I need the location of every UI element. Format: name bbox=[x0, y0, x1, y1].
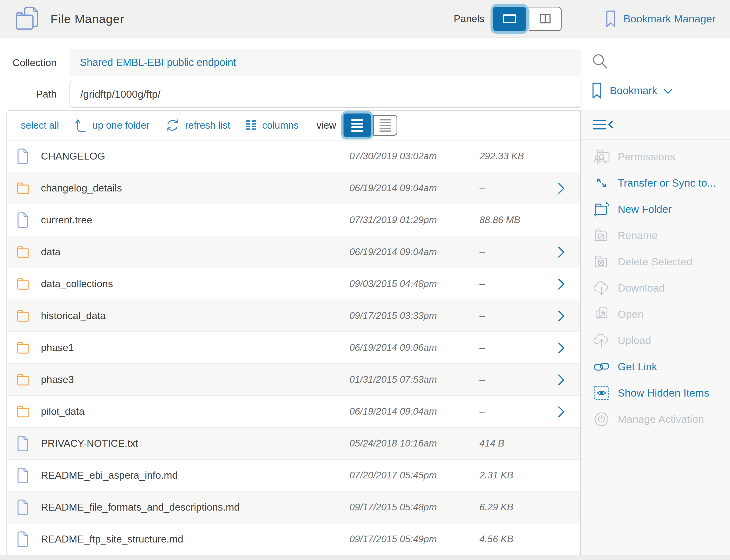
refresh-icon bbox=[165, 118, 179, 132]
path-label: Path bbox=[0, 81, 57, 108]
chevron-right-icon[interactable] bbox=[558, 310, 565, 322]
sidebar-item-show-hidden-items[interactable]: Show Hidden Items bbox=[581, 380, 730, 406]
file-size: 292.33 KB bbox=[480, 151, 524, 162]
download-icon bbox=[589, 280, 614, 296]
chevron-right-icon[interactable] bbox=[558, 247, 565, 258]
bookmark-icon bbox=[605, 10, 616, 27]
chevron-right-icon[interactable] bbox=[558, 374, 565, 386]
chevron-right-icon[interactable] bbox=[558, 406, 565, 417]
sidebar-item-get-link[interactable]: Get Link bbox=[581, 354, 730, 380]
columns-label: columns bbox=[262, 120, 299, 131]
dual-panel-button[interactable] bbox=[529, 7, 562, 31]
file-row[interactable]: CHANGELOG 07/30/2019 03:02am 292.33 KB bbox=[7, 140, 580, 172]
file-manager-icon bbox=[14, 6, 41, 31]
chevron-right-icon[interactable] bbox=[558, 183, 565, 194]
collection-label: Collection bbox=[0, 49, 57, 76]
bookmark-manager-link[interactable]: Bookmark Manager bbox=[605, 10, 716, 27]
page-bottom-strip bbox=[0, 555, 730, 560]
file-icon bbox=[16, 467, 30, 483]
file-row[interactable]: README_ftp_site_structure.md 09/17/2015 … bbox=[7, 523, 580, 555]
file-row[interactable]: data_collections 09/03/2015 04:48pm – bbox=[7, 268, 580, 300]
path-input[interactable]: /gridftp/1000g/ftp/ bbox=[69, 81, 581, 108]
file-modified: 06/19/2014 09:04am bbox=[349, 183, 437, 194]
transfer-icon bbox=[589, 176, 614, 190]
up-one-folder-button[interactable]: up one folder bbox=[75, 119, 150, 132]
select-all-button[interactable]: select all bbox=[21, 120, 59, 131]
file-row[interactable]: pilot_data 06/19/2014 09:04am – bbox=[7, 395, 580, 427]
file-modified: 09/17/2015 03:33pm bbox=[349, 310, 437, 321]
actions-sidebar: Permissions Transfer or Sync to... New F… bbox=[580, 110, 730, 555]
panels-label: Panels bbox=[454, 13, 484, 24]
condensed-view-button[interactable] bbox=[373, 115, 397, 136]
refresh-list-button[interactable]: refresh list bbox=[165, 118, 230, 132]
file-modified: 09/17/2015 05:48pm bbox=[349, 502, 437, 513]
refresh-list-label: refresh list bbox=[185, 120, 230, 131]
file-modified: 09/03/2015 04:48pm bbox=[349, 278, 437, 289]
bookmark-label: Bookmark bbox=[610, 85, 657, 97]
file-size: – bbox=[480, 247, 485, 257]
file-row[interactable]: README_ebi_aspera_info.md 07/20/2017 05:… bbox=[7, 459, 580, 491]
file-icon bbox=[16, 435, 30, 451]
bookmark-icon bbox=[592, 82, 602, 99]
sidebar-item-new-folder[interactable]: New Folder bbox=[581, 196, 730, 222]
file-row[interactable]: phase3 01/31/2015 07:53am – bbox=[7, 363, 580, 395]
file-name: historical_data bbox=[41, 310, 106, 321]
sidebar-actions-list: Permissions Transfer or Sync to... New F… bbox=[581, 139, 730, 432]
file-row[interactable]: historical_data 09/17/2015 03:33pm – bbox=[7, 300, 580, 331]
chevron-right-icon[interactable] bbox=[558, 342, 565, 354]
collapse-sidebar-icon[interactable] bbox=[593, 119, 614, 130]
file-name: phase3 bbox=[41, 374, 74, 385]
file-row[interactable]: PRIVACY-NOTICE.txt 05/24/2018 10:16am 41… bbox=[7, 427, 580, 459]
collection-input[interactable]: Shared EMBL-EBI public endpoint bbox=[69, 49, 581, 76]
folder-icon bbox=[16, 277, 30, 290]
chevron-down-icon bbox=[664, 89, 672, 94]
file-name: README_ftp_site_structure.md bbox=[41, 533, 183, 545]
file-icon bbox=[16, 212, 30, 228]
up-one-folder-label: up one folder bbox=[92, 120, 150, 131]
folder-icon bbox=[16, 341, 30, 354]
chevron-right-icon[interactable] bbox=[558, 278, 565, 290]
bookmark-dropdown[interactable]: Bookmark bbox=[592, 82, 672, 99]
file-modified: 07/30/2019 03:02am bbox=[349, 151, 437, 162]
rename-icon bbox=[589, 229, 614, 242]
file-row[interactable]: data 06/19/2014 09:04am – bbox=[7, 236, 580, 268]
file-row[interactable]: changelog_details 06/19/2014 09:04am – bbox=[7, 172, 580, 204]
file-row[interactable]: current.tree 07/31/2019 01:29pm 88.86 MB bbox=[7, 204, 580, 236]
upload-icon bbox=[589, 333, 614, 348]
file-row[interactable]: phase1 06/19/2014 09:06am – bbox=[7, 331, 580, 363]
columns-button[interactable]: columns bbox=[246, 120, 299, 131]
file-modified: 01/31/2015 07:53am bbox=[349, 374, 437, 385]
sidebar-header bbox=[581, 110, 730, 139]
file-modified: 05/24/2018 10:16am bbox=[349, 438, 437, 449]
file-name: CHANGELOG bbox=[41, 151, 105, 162]
sidebar-item-open[interactable]: Open bbox=[581, 301, 730, 327]
file-name: current.tree bbox=[41, 214, 92, 226]
bookmark-manager-label: Bookmark Manager bbox=[623, 13, 716, 25]
single-panel-button[interactable] bbox=[493, 7, 526, 31]
sidebar-item-rename[interactable]: Rename bbox=[581, 222, 730, 249]
list-view-button[interactable] bbox=[343, 113, 371, 137]
manage-activation-icon bbox=[589, 412, 614, 427]
file-size: – bbox=[480, 342, 485, 353]
sidebar-item-upload[interactable]: Upload bbox=[581, 327, 730, 354]
sidebar-item-manage-activation[interactable]: Manage Activation bbox=[581, 406, 730, 432]
file-size: – bbox=[480, 374, 485, 385]
file-icon bbox=[16, 148, 30, 164]
collection-row: Collection Shared EMBL-EBI public endpoi… bbox=[0, 49, 730, 76]
sidebar-item-permissions[interactable]: Permissions bbox=[581, 144, 730, 170]
panels-toggle bbox=[493, 7, 562, 31]
sidebar-item-delete-selected[interactable]: Delete Selected bbox=[581, 249, 730, 275]
new-folder-icon bbox=[589, 202, 614, 217]
file-size: 4.56 KB bbox=[480, 534, 514, 545]
file-row[interactable]: README_file_formats_and_descriptions.md … bbox=[7, 491, 580, 523]
file-size: – bbox=[480, 183, 485, 194]
sidebar-item-transfer-or-sync-to[interactable]: Transfer or Sync to... bbox=[581, 170, 730, 196]
file-list: CHANGELOG 07/30/2019 03:02am 292.33 KB c… bbox=[7, 140, 580, 555]
search-button[interactable] bbox=[591, 53, 608, 69]
search-icon bbox=[591, 53, 608, 69]
file-size: – bbox=[480, 278, 485, 289]
sidebar-item-download[interactable]: Download bbox=[581, 275, 730, 301]
file-icon bbox=[16, 531, 30, 547]
file-modified: 06/19/2014 09:04am bbox=[349, 406, 437, 417]
file-name: data_collections bbox=[41, 278, 113, 290]
